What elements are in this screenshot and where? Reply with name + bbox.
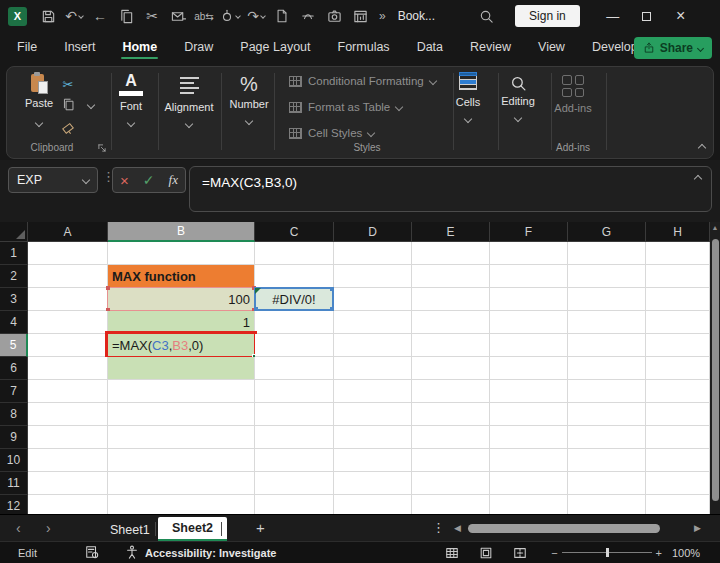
cell-H3[interactable] bbox=[646, 288, 710, 311]
cell-C1[interactable] bbox=[255, 242, 334, 265]
cell-G2[interactable] bbox=[568, 265, 646, 288]
cell-D1[interactable] bbox=[334, 242, 412, 265]
cell-F11[interactable] bbox=[490, 472, 568, 495]
row-header-7[interactable]: 7 bbox=[0, 380, 28, 403]
row-header-5[interactable]: 5 bbox=[0, 334, 28, 357]
cell-B9[interactable] bbox=[108, 426, 255, 449]
accessibility-icon[interactable] bbox=[125, 545, 139, 561]
cell-A11[interactable] bbox=[28, 472, 108, 495]
hscroll-right-arrow[interactable]: ▶ bbox=[694, 523, 701, 533]
name-box-chevron[interactable] bbox=[82, 176, 90, 184]
cell-H5[interactable] bbox=[646, 334, 710, 357]
cell-A10[interactable] bbox=[28, 449, 108, 472]
row-header-11[interactable]: 11 bbox=[0, 472, 28, 495]
paste-button[interactable]: Paste bbox=[21, 73, 57, 130]
editing-button[interactable]: Editing bbox=[490, 73, 546, 125]
cell-B8[interactable] bbox=[108, 403, 255, 426]
cell-styles-button[interactable]: Cell Styles bbox=[289, 127, 374, 139]
cell-A3[interactable] bbox=[28, 288, 108, 311]
cell-E8[interactable] bbox=[412, 403, 490, 426]
column-header-A[interactable]: A bbox=[28, 222, 108, 242]
cell-H11[interactable] bbox=[646, 472, 710, 495]
font-button[interactable]: A Font bbox=[103, 73, 159, 130]
touch-mode-icon[interactable] bbox=[217, 3, 243, 29]
cell-A1[interactable] bbox=[28, 242, 108, 265]
zoom-slider[interactable] bbox=[562, 547, 652, 559]
hscroll-left-arrow[interactable]: ◀ bbox=[454, 523, 461, 533]
row-header-3[interactable]: 3 bbox=[0, 288, 28, 311]
sheet-tab-sheet2[interactable]: Sheet2 bbox=[158, 517, 227, 542]
cell-A2[interactable] bbox=[28, 265, 108, 288]
format-painter-icon[interactable] bbox=[59, 119, 77, 137]
vertical-scroll-thumb[interactable] bbox=[712, 239, 719, 501]
column-header-C[interactable]: C bbox=[255, 222, 334, 242]
cell-B1[interactable] bbox=[108, 242, 255, 265]
cell-F10[interactable] bbox=[490, 449, 568, 472]
maximize-button[interactable] bbox=[630, 3, 664, 29]
column-header-E[interactable]: E bbox=[412, 222, 490, 242]
zoom-out-button[interactable]: − bbox=[551, 547, 557, 559]
name-box[interactable]: EXP bbox=[8, 167, 98, 193]
cell-F9[interactable] bbox=[490, 426, 568, 449]
column-header-G[interactable]: G bbox=[568, 222, 646, 242]
cell-G8[interactable] bbox=[568, 403, 646, 426]
cell-F2[interactable] bbox=[490, 265, 568, 288]
workbook-statistics-icon[interactable] bbox=[347, 3, 373, 29]
search-icon[interactable] bbox=[473, 3, 499, 29]
cell-C10[interactable] bbox=[255, 449, 334, 472]
cell-E1[interactable] bbox=[412, 242, 490, 265]
row-header-4[interactable]: 4 bbox=[0, 311, 28, 334]
tab-home[interactable]: Home bbox=[121, 36, 158, 61]
cell-H8[interactable] bbox=[646, 403, 710, 426]
copy-dropdown-chevron[interactable] bbox=[82, 96, 100, 114]
cut-icon[interactable]: ✂ bbox=[59, 75, 77, 93]
select-all-corner[interactable] bbox=[0, 222, 28, 242]
cell-A4[interactable] bbox=[28, 311, 108, 334]
cancel-icon[interactable]: × bbox=[120, 172, 129, 189]
cell-C11[interactable] bbox=[255, 472, 334, 495]
cell-C3[interactable]: #DIV/0! bbox=[255, 288, 334, 311]
sheet-nav-next-icon[interactable]: › bbox=[46, 520, 51, 536]
cell-D3[interactable] bbox=[334, 288, 412, 311]
cell-B2[interactable]: MAX function bbox=[108, 265, 255, 288]
camera-icon[interactable] bbox=[321, 3, 347, 29]
zoom-level[interactable]: 100% bbox=[672, 547, 706, 559]
cell-D9[interactable] bbox=[334, 426, 412, 449]
cell-E4[interactable] bbox=[412, 311, 490, 334]
cell-H4[interactable] bbox=[646, 311, 710, 334]
cell-C2[interactable] bbox=[255, 265, 334, 288]
minimize-button[interactable]: ― bbox=[596, 3, 630, 29]
cell-H2[interactable] bbox=[646, 265, 710, 288]
column-header-B[interactable]: B bbox=[108, 222, 255, 242]
cell-D4[interactable] bbox=[334, 311, 412, 334]
row-header-1[interactable]: 1 bbox=[0, 242, 28, 265]
cell-D7[interactable] bbox=[334, 380, 412, 403]
cell-F7[interactable] bbox=[490, 380, 568, 403]
zoom-in-button[interactable]: + bbox=[656, 547, 662, 559]
enter-icon[interactable]: ✓ bbox=[143, 172, 155, 188]
cell-E2[interactable] bbox=[412, 265, 490, 288]
cell-F6[interactable] bbox=[490, 357, 568, 380]
tab-insert[interactable]: Insert bbox=[63, 36, 96, 61]
clipboard-dialog-launcher-icon[interactable] bbox=[93, 139, 111, 157]
accessibility-status[interactable]: Accessibility: Investigate bbox=[145, 547, 276, 559]
cell-A7[interactable] bbox=[28, 380, 108, 403]
macro-record-icon[interactable] bbox=[85, 545, 99, 561]
share-button[interactable]: Share bbox=[634, 37, 712, 59]
vertical-scrollbar[interactable]: ▲ bbox=[710, 222, 720, 514]
page-break-preview-icon[interactable] bbox=[503, 546, 537, 560]
scroll-up-arrow[interactable]: ▲ bbox=[710, 224, 720, 231]
cell-C4[interactable] bbox=[255, 311, 334, 334]
column-header-H[interactable]: H bbox=[646, 222, 710, 242]
cell-H9[interactable] bbox=[646, 426, 710, 449]
cell-A6[interactable] bbox=[28, 357, 108, 380]
draw-strike-icon[interactable] bbox=[295, 3, 321, 29]
zoom-slider-thumb[interactable] bbox=[606, 548, 609, 557]
row-header-6[interactable]: 6 bbox=[0, 357, 28, 380]
cell-G9[interactable] bbox=[568, 426, 646, 449]
cell-B4[interactable]: 1 bbox=[108, 311, 255, 334]
sign-in-button[interactable]: Sign in bbox=[515, 5, 580, 27]
cell-B10[interactable] bbox=[108, 449, 255, 472]
cell-H6[interactable] bbox=[646, 357, 710, 380]
redo-icon[interactable]: ↷ bbox=[243, 3, 269, 29]
